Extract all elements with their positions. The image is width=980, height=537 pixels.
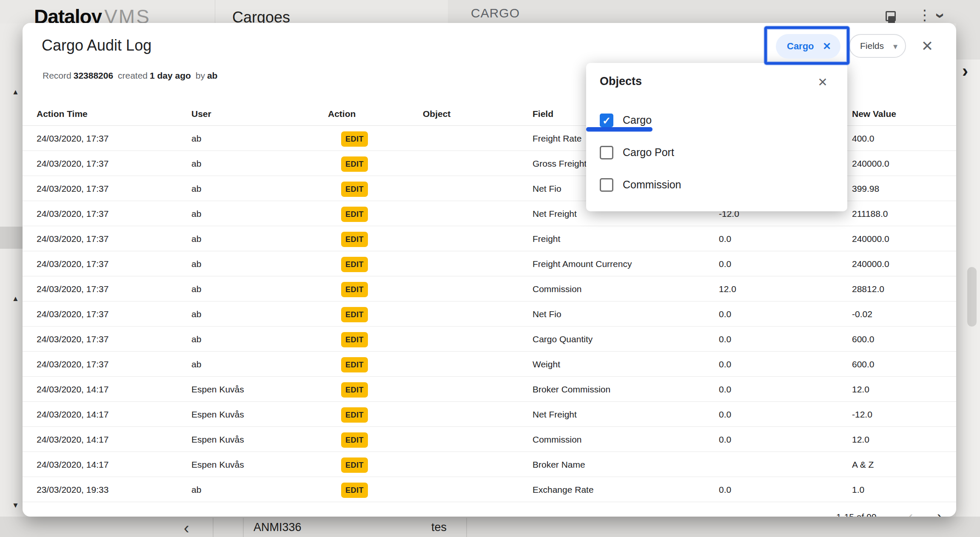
edit-action-badge: EDIT	[341, 282, 368, 297]
cell-field: Net Freight	[533, 201, 577, 226]
cell-old-value: 0.0	[719, 251, 731, 276]
cell-old-value: 0.0	[719, 402, 731, 427]
cell-new-value: 399.98	[852, 176, 879, 201]
cell-user: ab	[191, 301, 201, 327]
cell-action: EDIT	[341, 151, 368, 176]
cell-user: ab	[191, 251, 201, 276]
chevron-down-icon[interactable]: ›	[934, 13, 947, 18]
checkbox[interactable]: ✓	[600, 178, 613, 192]
cell-new-value: 12.0	[852, 427, 869, 452]
cargo-detail-header: CARGO ⋮ ›	[448, 0, 980, 23]
objects-option-list: ✓ Cargo ✓ Cargo Port ✓ Commission	[586, 108, 847, 205]
table-row[interactable]: 24/03/2020, 17:37 ab EDIT Commission 12.…	[23, 276, 956, 301]
header-new-value: New Value	[852, 102, 896, 126]
edit-action-badge: EDIT	[341, 357, 368, 372]
fields-dropdown-button[interactable]: Fields ▾	[849, 34, 906, 58]
cell-user: ab	[191, 276, 201, 301]
scroll-up-icon[interactable]: ▲	[12, 295, 19, 303]
cell-field: Broker Commission	[533, 377, 610, 402]
chip-close-icon[interactable]: ✕	[823, 40, 831, 52]
scrollbar-thumb[interactable]	[967, 267, 977, 327]
table-row[interactable]: 24/03/2020, 17:37 ab EDIT Freight Amount…	[23, 251, 956, 276]
cell-new-value: 240000.0	[852, 151, 889, 176]
cell-action-time: 24/03/2020, 17:37	[37, 327, 108, 352]
edit-action-badge: EDIT	[341, 457, 368, 473]
cell-field: Broker Name	[533, 452, 585, 477]
scroll-down-icon[interactable]: ▼	[12, 501, 19, 510]
cell-old-value: 0.0	[719, 301, 731, 327]
table-row[interactable]: 24/03/2020, 17:37 ab EDIT Freight 0.0 24…	[23, 226, 956, 251]
cargo-filter-chip[interactable]: Cargo ✕	[776, 34, 840, 59]
cell-action-time: 24/03/2020, 14:17	[37, 452, 108, 477]
header-action-time: Action Time	[37, 102, 88, 126]
cell-action-time: 24/03/2020, 14:17	[37, 427, 108, 452]
cell-action-time: 24/03/2020, 17:37	[37, 176, 108, 201]
more-vert-icon[interactable]: ⋮	[917, 8, 932, 22]
table-row[interactable]: 23/03/2020, 19:33 ab EDIT Exchange Rate …	[23, 477, 956, 502]
checkbox[interactable]: ✓	[600, 146, 613, 159]
objects-popup-close-icon[interactable]: ✕	[814, 74, 831, 91]
record-info-line: Record32388206 created1 day ago byab	[43, 71, 219, 81]
objects-popup-title: Objects	[600, 75, 642, 88]
cell-field: Gross Freight	[533, 151, 587, 176]
cell-user: ab	[191, 151, 201, 176]
left-sidebar: ▲ ▲ ▼	[0, 23, 23, 537]
fields-button-label: Fields	[860, 41, 884, 51]
pagination-prev-icon[interactable]: ‹	[908, 508, 913, 517]
check-icon: ✓	[601, 115, 612, 127]
cell-user: Espen Kuvås	[191, 427, 244, 452]
cell-old-value: 0.0	[719, 377, 731, 402]
table-row[interactable]: 24/03/2020, 14:17 Espen Kuvås EDIT Broke…	[23, 377, 956, 402]
bottom-divider	[213, 518, 214, 537]
record-id: 32388206	[74, 71, 113, 80]
cell-new-value: 240000.0	[852, 226, 889, 251]
selected-row-band	[0, 227, 23, 249]
cell-new-value: 211188.0	[852, 201, 888, 226]
background-cell-code: ANMI336	[254, 521, 302, 534]
chevron-right-icon[interactable]: ›	[962, 61, 968, 81]
objects-option[interactable]: ✓ Commission	[586, 172, 847, 199]
edit-action-badge: EDIT	[341, 382, 368, 398]
table-row[interactable]: 24/03/2020, 14:17 Espen Kuvås EDIT Net F…	[23, 402, 956, 427]
background-cell-text: tes	[431, 521, 447, 534]
cell-action: EDIT	[341, 251, 368, 276]
chevron-left-icon[interactable]: ‹	[184, 519, 189, 537]
objects-option[interactable]: ✓ Cargo Port	[586, 140, 847, 166]
cell-field: Exchange Rate	[533, 477, 594, 502]
caret-down-icon: ▾	[893, 41, 897, 51]
dialog-title: Cargo Audit Log	[42, 37, 151, 54]
pagination-next-icon[interactable]: ›	[937, 508, 942, 517]
cell-action: EDIT	[341, 477, 368, 502]
table-row[interactable]: 24/03/2020, 14:17 Espen Kuvås EDIT Broke…	[23, 452, 956, 477]
table-row[interactable]: 24/03/2020, 17:37 ab EDIT Net Fio 0.0 -0…	[23, 301, 956, 327]
cell-action: EDIT	[341, 226, 368, 251]
checkbox[interactable]: ✓	[600, 114, 613, 127]
table-row[interactable]: 24/03/2020, 14:17 Espen Kuvås EDIT Commi…	[23, 427, 956, 452]
edit-action-badge: EDIT	[341, 307, 368, 322]
cell-action: EDIT	[341, 176, 368, 201]
table-row[interactable]: 24/03/2020, 17:37 ab EDIT Cargo Quantity…	[23, 327, 956, 352]
cell-new-value: 12.0	[852, 377, 869, 402]
cell-old-value: 0.0	[719, 327, 731, 352]
cell-action: EDIT	[341, 201, 368, 226]
bottom-divider	[466, 518, 467, 537]
cell-user: Espen Kuvås	[191, 377, 244, 402]
edit-action-badge: EDIT	[341, 407, 368, 423]
cell-new-value: 600.0	[852, 352, 875, 377]
header-field: Field	[533, 102, 553, 126]
cell-user: ab	[191, 226, 201, 251]
bottom-divider	[243, 518, 244, 537]
cell-old-value: 0.0	[719, 477, 731, 502]
dialog-close-button[interactable]: ✕	[918, 37, 937, 55]
pagination: 1-15 of 99 ‹ ›	[23, 503, 956, 517]
cell-old-value: 0.0	[719, 427, 731, 452]
record-author: ab	[207, 71, 218, 80]
header-object: Object	[423, 102, 450, 126]
table-row[interactable]: 24/03/2020, 17:37 ab EDIT Weight 0.0 600…	[23, 352, 956, 377]
cell-action-time: 24/03/2020, 17:37	[37, 201, 108, 226]
scroll-up-icon[interactable]: ▲	[12, 88, 19, 97]
edit-action-badge: EDIT	[341, 257, 368, 272]
cell-action: EDIT	[341, 301, 368, 327]
cell-new-value: 1.0	[852, 477, 864, 502]
edit-action-badge: EDIT	[341, 232, 368, 247]
